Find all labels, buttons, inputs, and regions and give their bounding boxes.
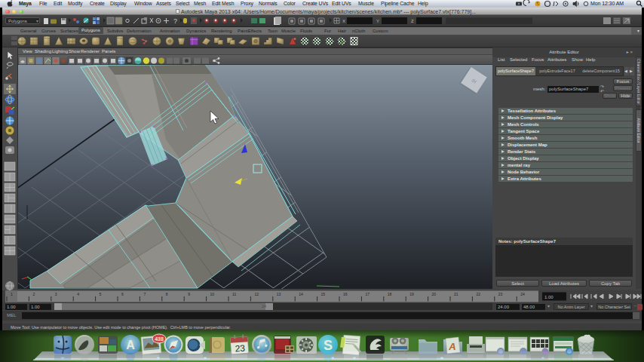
svg-text:16: 16 [343, 292, 348, 296]
svg-text:A: A [448, 341, 455, 352]
svg-text:14: 14 [299, 292, 303, 296]
svg-text:19: 19 [409, 292, 414, 296]
svg-text:7: 7 [143, 292, 146, 296]
svg-text:?: ? [173, 17, 177, 25]
svg-text:22: 22 [476, 292, 480, 296]
svg-text:12: 12 [254, 292, 259, 296]
svg-text:23: 23 [498, 292, 503, 296]
svg-text:5: 5 [100, 292, 102, 296]
svg-text:1: 1 [11, 292, 13, 296]
svg-text:Z: Z [411, 19, 414, 23]
svg-text:438: 438 [155, 336, 164, 342]
svg-text:15: 15 [321, 292, 326, 296]
svg-text:6: 6 [121, 292, 124, 296]
svg-text:X: X [342, 19, 345, 23]
svg-text:3: 3 [55, 292, 57, 296]
svg-text:8: 8 [166, 292, 168, 296]
svg-text:9: 9 [188, 292, 190, 296]
svg-text:21: 21 [454, 292, 458, 296]
svg-text:24: 24 [520, 292, 525, 296]
svg-text:S: S [324, 338, 333, 353]
svg-text:10: 10 [210, 292, 215, 296]
svg-text:Y: Y [376, 19, 379, 23]
svg-text:20: 20 [432, 292, 437, 296]
svg-text:A: A [126, 339, 135, 351]
svg-text:17: 17 [365, 292, 370, 296]
svg-text:2: 2 [32, 292, 35, 296]
svg-text:13: 13 [277, 292, 281, 296]
svg-text:23: 23 [235, 342, 246, 354]
svg-text:18: 18 [388, 292, 392, 296]
svg-text:4: 4 [77, 292, 79, 296]
svg-text:1.00: 1.00 [544, 295, 554, 299]
svg-text:11: 11 [232, 292, 236, 296]
